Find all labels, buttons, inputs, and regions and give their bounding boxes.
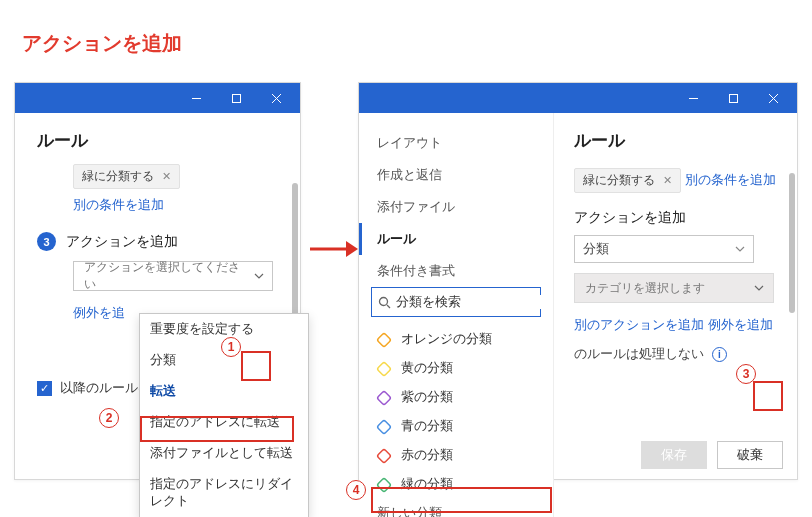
tag-icon <box>374 446 394 466</box>
category-new[interactable]: 新しい分類 <box>359 499 553 517</box>
category-green[interactable]: 緑の分類 <box>359 470 553 499</box>
category-search[interactable] <box>371 287 541 317</box>
scrollbar-thumb[interactable] <box>789 173 795 313</box>
scrollbar-thumb[interactable] <box>292 183 298 333</box>
step-label: アクションを追加 <box>574 209 779 227</box>
chevron-down-icon[interactable] <box>745 274 773 302</box>
sidebar-item-rules[interactable]: ルール <box>359 223 553 255</box>
chip-remove-icon[interactable]: ✕ <box>162 170 171 183</box>
svg-rect-1 <box>232 94 240 102</box>
add-condition-link[interactable]: 別の条件を追加 <box>73 197 164 214</box>
tag-icon <box>374 359 394 379</box>
sidebar-item-layout[interactable]: レイアウト <box>359 127 553 159</box>
panel-title: ルール <box>33 129 282 152</box>
action-select-value: 分類 <box>583 241 609 258</box>
checkbox-checked-icon[interactable]: ✓ <box>37 381 52 396</box>
titlebar <box>359 83 797 113</box>
maximize-button[interactable] <box>713 83 753 113</box>
category-purple[interactable]: 紫の分類 <box>359 383 553 412</box>
tag-icon <box>374 417 394 437</box>
dd-forward-address[interactable]: 指定のアドレスに転送 <box>140 407 308 438</box>
category-red[interactable]: 赤の分類 <box>359 441 553 470</box>
dd-forward-header: 転送 <box>140 376 308 407</box>
svg-rect-15 <box>377 419 391 433</box>
chip-label: 緑に分類する <box>583 172 655 189</box>
category-select[interactable]: カテゴリを選択します <box>574 273 774 303</box>
condition-chip[interactable]: 緑に分類する ✕ <box>574 168 681 193</box>
svg-point-10 <box>380 297 388 305</box>
category-label: 黄の分類 <box>401 360 453 377</box>
callout-1: 1 <box>221 337 241 357</box>
tag-icon <box>374 330 394 350</box>
svg-rect-14 <box>377 390 391 404</box>
chevron-down-icon <box>735 244 745 254</box>
action-select-placeholder: アクションを選択してください <box>84 259 245 293</box>
info-icon[interactable]: i <box>712 347 727 362</box>
category-label: オレンジの分類 <box>401 331 492 348</box>
minimize-button[interactable] <box>176 83 216 113</box>
settings-sidebar: レイアウト 作成と返信 添付ファイル ルール 条件付き書式 オレンジの分類 黄の… <box>359 113 554 517</box>
save-button[interactable]: 保存 <box>641 441 707 469</box>
svg-rect-7 <box>729 94 737 102</box>
svg-rect-17 <box>377 477 391 491</box>
callout-4: 4 <box>346 480 366 500</box>
svg-line-11 <box>387 305 390 308</box>
dd-forward-attachment[interactable]: 添付ファイルとして転送 <box>140 438 308 469</box>
minimize-button[interactable] <box>673 83 713 113</box>
svg-rect-13 <box>377 361 391 375</box>
category-label: 紫の分類 <box>401 389 453 406</box>
action-select[interactable]: 分類 <box>574 235 754 263</box>
chevron-down-icon[interactable] <box>245 262 272 290</box>
titlebar <box>15 83 300 113</box>
action-select[interactable]: アクションを選択してください <box>73 261 273 291</box>
dialog-footer: 保存 破棄 <box>641 441 783 469</box>
category-label: 新しい分類 <box>377 505 442 517</box>
category-label: 青の分類 <box>401 418 453 435</box>
category-placeholder: カテゴリを選択します <box>585 280 705 297</box>
add-exception-link[interactable]: 例外を追加 <box>708 317 773 334</box>
tag-icon <box>374 475 394 495</box>
sidebar-item-attach[interactable]: 添付ファイル <box>359 191 553 223</box>
add-action-link[interactable]: 別のアクションを追加 <box>574 317 704 334</box>
close-button[interactable] <box>753 83 793 113</box>
stop-rules-label: のルールは処理しない <box>574 346 704 363</box>
svg-rect-12 <box>377 332 391 346</box>
stop-rules-row: のルールは処理しない i <box>574 346 779 363</box>
svg-rect-16 <box>377 448 391 462</box>
close-button[interactable] <box>256 83 296 113</box>
page-heading: アクションを追加 <box>22 30 182 57</box>
callout-2: 2 <box>99 408 119 428</box>
category-orange[interactable]: オレンジの分類 <box>359 325 553 354</box>
category-label: 赤の分類 <box>401 447 453 464</box>
maximize-button[interactable] <box>216 83 256 113</box>
step-label: アクションを追加 <box>66 233 178 251</box>
rules-pane-right: レイアウト 作成と返信 添付ファイル ルール 条件付き書式 オレンジの分類 黄の… <box>358 82 798 480</box>
add-exception-link[interactable]: 例外を追 <box>73 305 125 322</box>
condition-chip[interactable]: 緑に分類する ✕ <box>73 164 180 189</box>
search-input[interactable] <box>396 295 553 309</box>
rules-pane-left: ルール 緑に分類する ✕ 別の条件を追加 3 アクションを追加 アクションを選択… <box>14 82 301 480</box>
category-label: 緑の分類 <box>401 476 453 493</box>
search-icon <box>378 296 391 309</box>
step-add-action: 3 アクションを追加 <box>37 232 282 251</box>
chip-remove-icon[interactable]: ✕ <box>663 174 672 187</box>
category-blue[interactable]: 青の分類 <box>359 412 553 441</box>
dd-redirect[interactable]: 指定のアドレスにリダイレクト <box>140 469 308 517</box>
svg-marker-5 <box>346 241 358 257</box>
step-number-badge: 3 <box>37 232 56 251</box>
category-yellow[interactable]: 黄の分類 <box>359 354 553 383</box>
sidebar-item-cond-format[interactable]: 条件付き書式 <box>359 255 553 287</box>
add-condition-link[interactable]: 別の条件を追加 <box>685 172 776 189</box>
sidebar-item-compose[interactable]: 作成と返信 <box>359 159 553 191</box>
rules-editor: ルール 緑に分類する ✕ 別の条件を追加 アクションを追加 分類 カテゴリを選択… <box>554 113 797 479</box>
tag-icon <box>374 388 394 408</box>
stop-rules-label: 以降のルールは <box>60 380 151 397</box>
arrow-icon <box>308 237 358 261</box>
category-color-list: オレンジの分類 黄の分類 紫の分類 青の分類 赤の分類 緑の分類 新しい分類 <box>359 323 553 517</box>
discard-button[interactable]: 破棄 <box>717 441 783 469</box>
panel-title: ルール <box>574 129 779 152</box>
chip-label: 緑に分類する <box>82 168 154 185</box>
callout-3: 3 <box>736 364 756 384</box>
